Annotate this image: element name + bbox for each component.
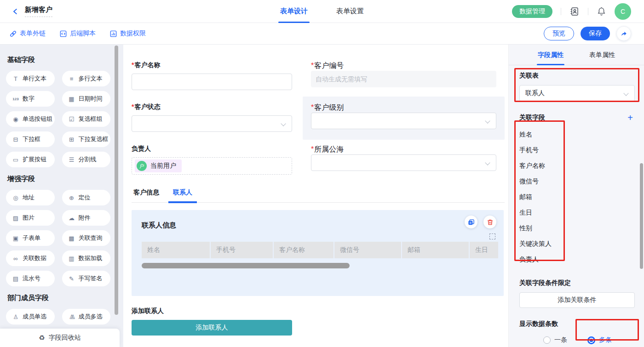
number-icon: 123 (12, 97, 19, 101)
palette-item-member-single[interactable]: ♙成员单选 (6, 309, 55, 324)
page-title[interactable]: 新增客户 (25, 6, 52, 17)
radio-single[interactable]: 一条 (543, 336, 567, 344)
tab-form-design[interactable]: 表单设计 (280, 0, 308, 23)
data-permission-link[interactable]: 数据权限 (109, 29, 146, 38)
window-scrollbar[interactable] (640, 163, 643, 269)
related-fields-header: 关联字段 + (519, 113, 635, 122)
condition-section: 关联字段条件限定 添加关联条件 (519, 279, 635, 308)
form-external-link[interactable]: 表单外链 (9, 29, 46, 38)
avatar[interactable]: C (615, 3, 631, 20)
tab-form-settings[interactable]: 表单设置 (336, 0, 364, 23)
contact-subform-panel[interactable]: 联系人信息 姓名 手机号 客户名称 微信号 邮箱 生日 (132, 210, 504, 296)
subform-title: 联系人信息 (142, 221, 495, 230)
field-customer-no[interactable]: 客户编号 (303, 61, 505, 90)
customer-level-select[interactable] (311, 113, 496, 129)
related-field-item[interactable]: 生日 (519, 205, 635, 220)
palette-item-serial-number[interactable]: ▤流水号 (6, 271, 55, 286)
palette-item-data-load[interactable]: ▥数据加载 (62, 250, 111, 266)
notification-bell-icon[interactable] (597, 6, 606, 16)
save-button[interactable]: 保存 (581, 27, 610, 40)
palette-item-subform[interactable]: ▣子表单 (6, 230, 55, 246)
preview-button[interactable]: 预览 (544, 27, 574, 40)
related-table-select[interactable]: 联系人 (519, 85, 635, 102)
field-customer-status[interactable]: 客户状态 (132, 103, 292, 132)
column-header: 生日 (470, 242, 498, 258)
customer-status-select[interactable] (132, 115, 292, 132)
field-label: 客户状态 (132, 103, 292, 111)
subform-horizontal-scrollbar[interactable] (142, 263, 350, 268)
owner-field-box[interactable]: 户 当前用户 (132, 157, 292, 175)
field-public-sea[interactable]: 所属公海 (303, 145, 505, 175)
palette-item-location[interactable]: ⊕定位 (62, 190, 111, 205)
palette-item-attachment[interactable]: ☁附件 (62, 210, 111, 226)
radio-multiple[interactable]: 多条 (587, 336, 612, 344)
palette-item-related-query[interactable]: ▩关联查询 (62, 230, 111, 246)
field-label: 负责人 (132, 145, 292, 153)
palette-item-multi-line-text[interactable]: ≡多行文本 (62, 71, 111, 86)
palette-item-image[interactable]: ▨图片 (6, 210, 55, 226)
palette-item-datetime[interactable]: ▦日期时间 (62, 91, 111, 107)
related-field-item[interactable]: 性别 (519, 220, 635, 236)
canvas-tabs: 客户信息 联系人 (132, 188, 505, 203)
field-customer-name[interactable]: 客户名称 (132, 61, 292, 90)
radio-group-icon: ◉ (12, 116, 19, 123)
panel-actions (465, 216, 496, 228)
related-field-item[interactable]: 姓名 (519, 126, 635, 142)
current-user-tag[interactable]: 户 当前用户 (135, 159, 182, 172)
share-button[interactable] (616, 26, 631, 41)
related-data-icon: ∞ (12, 255, 19, 262)
field-owner[interactable]: 负责人 户 当前用户 (132, 145, 292, 175)
display-count-label: 显示数据条数 (519, 320, 635, 328)
palette-item-related-data[interactable]: ∞关联数据 (6, 250, 55, 266)
member-multi-icon: ♙ (68, 313, 75, 320)
palette-item-select[interactable]: ⊟下拉框 (6, 131, 55, 147)
palette-item-multi-select[interactable]: ⊞下拉复选框 (62, 131, 111, 147)
customer-name-input[interactable] (132, 74, 292, 90)
palette-item-extend-button[interactable]: ▭扩展按钮 (6, 152, 55, 167)
tab-field-properties[interactable]: 字段属性 (538, 45, 564, 65)
related-field-item[interactable]: 客户名称 (519, 158, 635, 173)
customer-no-input[interactable] (311, 71, 496, 87)
related-field-item[interactable]: 邮箱 (519, 189, 635, 205)
toolbar-link-label: 后端脚本 (70, 29, 96, 38)
tab-customer-info[interactable]: 客户信息 (132, 188, 161, 202)
palette-item-divider[interactable]: ☰分割线 (62, 152, 111, 167)
add-contact-button[interactable]: 添加联系人 (132, 320, 292, 336)
palette-item-radio-group[interactable]: ◉单选按钮组 (6, 111, 55, 127)
section-title-basic-fields: 基础字段 (7, 56, 123, 64)
public-sea-select[interactable] (311, 154, 496, 171)
permission-icon (109, 30, 117, 38)
divider (561, 8, 561, 15)
palette-item-member-multi[interactable]: ♙成员多选 (62, 309, 111, 324)
palette-item-number[interactable]: 123数字 (6, 91, 55, 107)
display-count-options: 一条 多条 (519, 336, 635, 344)
related-field-item[interactable]: 手机号 (519, 142, 635, 158)
copy-button[interactable] (465, 216, 477, 228)
delete-button[interactable] (483, 216, 496, 228)
tab-contacts[interactable]: 联系人 (171, 188, 194, 202)
back-button[interactable] (12, 8, 19, 15)
palette-item-signature[interactable]: ✎手写签名 (62, 271, 111, 286)
field-customer-level[interactable]: 客户级别 (303, 97, 505, 140)
form-canvas: 客户名称 客户编号 客户状态 客户级别 负责人 (123, 45, 508, 347)
add-field-plus-icon[interactable]: + (627, 113, 633, 122)
toolbar-actions: 预览 保存 (544, 26, 644, 41)
script-icon (59, 30, 67, 38)
related-field-item[interactable]: 微信号 (519, 173, 635, 189)
palette-item-checkbox-group[interactable]: ☑复选框组 (62, 111, 111, 127)
contact-book-icon[interactable] (569, 6, 580, 17)
data-manage-button[interactable]: 数据管理 (512, 5, 552, 18)
address-icon: ◎ (12, 194, 19, 201)
field-recycle-bin[interactable]: ♻ 字段回收站 (0, 329, 120, 347)
palette-item-single-line-text[interactable]: T单行文本 (6, 71, 55, 86)
palette-item-address[interactable]: ◎地址 (6, 190, 55, 205)
add-condition-button[interactable]: 添加关联条件 (519, 292, 635, 308)
field-label: 客户名称 (132, 61, 292, 69)
sidebar-scrollbar[interactable] (115, 46, 118, 315)
expand-handle-icon[interactable] (489, 233, 495, 239)
tab-form-properties[interactable]: 表单属性 (589, 45, 615, 65)
related-field-item[interactable]: 负责人 (519, 251, 635, 267)
backend-script-link[interactable]: 后端脚本 (59, 29, 96, 38)
related-field-item[interactable]: 关键决策人 (519, 236, 635, 251)
toolbar-links: 表单外链 后端脚本 数据权限 (0, 29, 146, 38)
